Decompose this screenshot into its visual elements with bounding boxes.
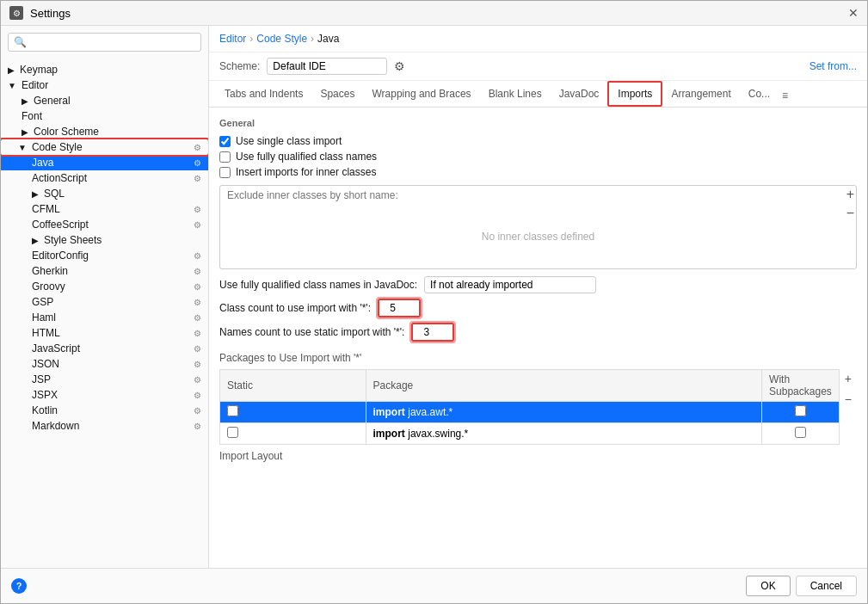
sidebar-item-sql[interactable]: ▶ SQL [1,186,208,201]
breadcrumb-code-style[interactable]: Code Style [256,33,307,45]
subpackages-checkbox[interactable] [795,427,806,438]
tab-code-gen[interactable]: Co... [740,83,779,107]
close-button[interactable]: ✕ [848,6,859,20]
exclude-input[interactable] [220,186,830,205]
gear-icon: ⚙ [194,174,201,183]
sidebar-item-editor[interactable]: ▼ Editor [1,77,208,93]
sidebar-item-color-scheme[interactable]: ▶ Color Scheme [1,124,208,139]
table-inner: Static Package With Subpackages [219,369,840,445]
class-count-row: Class count to use import with '*': [219,299,857,317]
sidebar-item-label: GSP [32,296,53,308]
sidebar-item-label: ActionScript [32,172,87,184]
scheme-select[interactable]: Default IDE Project [267,58,387,75]
exclude-box: + − No inner classes defined [219,185,857,269]
single-class-checkbox[interactable] [219,136,231,147]
qualified-javadoc-select[interactable]: If not already imported Always Never [424,276,596,293]
set-from-link[interactable]: Set from... [810,60,857,72]
sidebar-item-label: HTML [32,327,60,339]
col-package: Package [366,370,762,402]
sidebar-item-gsp[interactable]: GSP ⚙ [1,294,208,310]
qualified-names-checkbox[interactable] [219,151,231,163]
help-button[interactable]: ? [11,578,27,594]
sidebar-item-jsp[interactable]: JSP ⚙ [1,372,208,387]
arrow-icon: ▶ [32,189,39,199]
sidebar-item-javascript[interactable]: JavaScript ⚙ [1,341,208,356]
gear-icon: ⚙ [194,344,201,354]
sidebar-item-jspx[interactable]: JSPX ⚙ [1,387,208,403]
sidebar-item-haml[interactable]: Haml ⚙ [1,310,208,325]
sidebar-item-gherkin[interactable]: Gherkin ⚙ [1,263,208,279]
title-bar: ⚙ Settings ✕ [1,1,867,26]
search-box [8,33,201,52]
scheme-gear-icon[interactable]: ⚙ [394,59,405,73]
gear-icon: ⚙ [194,329,201,338]
gear-icon: ⚙ [194,375,201,385]
sidebar-item-keymap[interactable]: ▶ Keymap [1,62,208,77]
packages-table: Static Package With Subpackages [219,369,840,445]
import-keyword: import [373,406,405,418]
tab-spaces[interactable]: Spaces [311,83,363,107]
breadcrumb-editor[interactable]: Editor [219,33,246,45]
static-checkbox[interactable] [227,427,238,438]
sidebar-item-coffeescript[interactable]: CoffeeScript ⚙ [1,217,208,232]
inner-classes-checkbox[interactable] [219,167,231,178]
subpackages-checkbox[interactable] [795,405,806,416]
static-checkbox[interactable] [227,405,238,416]
gear-icon: ⚙ [194,360,201,369]
exclude-add-button[interactable]: + [846,188,854,201]
names-count-input[interactable] [411,323,454,342]
sidebar-item-label: Haml [32,311,56,324]
tab-tabs-indents[interactable]: Tabs and Indents [216,83,311,107]
tab-more-button[interactable]: ≡ [779,84,791,107]
sidebar-item-groovy[interactable]: Groovy ⚙ [1,279,208,294]
sidebar-item-label: Groovy [32,280,65,293]
checkbox-qualified-names[interactable]: Use fully qualified class names [219,151,857,163]
main-panel: Editor › Code Style › Java Scheme: Defau… [209,26,867,568]
table-actions: + − [840,369,857,445]
sidebar-item-editorconfig[interactable]: EditorConfig ⚙ [1,248,208,263]
arrow-icon: ▶ [22,96,28,106]
tab-imports[interactable]: Imports [607,81,662,107]
sidebar-item-kotlin[interactable]: Kotlin ⚙ [1,403,208,418]
sidebar-item-json[interactable]: JSON ⚙ [1,356,208,372]
subpackages-cell [762,402,840,423]
sidebar-item-general[interactable]: ▶ General [1,93,208,108]
class-count-input[interactable] [378,299,421,317]
packages-header: Packages to Use Import with '*' [219,352,857,364]
sidebar-item-markdown[interactable]: Markdown ⚙ [1,418,208,434]
sidebar-item-cfml[interactable]: CFML ⚙ [1,201,208,217]
imports-panel: General Use single class import Use full… [209,108,867,568]
breadcrumb-java: Java [317,33,339,45]
ok-button[interactable]: OK [746,576,790,596]
table-add-button[interactable]: + [840,369,857,390]
sidebar-item-html[interactable]: HTML ⚙ [1,325,208,341]
sidebar-item-actionscript[interactable]: ActionScript ⚙ [1,170,208,186]
checkbox-single-class[interactable]: Use single class import [219,135,857,147]
table-remove-button[interactable]: − [840,390,857,410]
checkbox-inner-classes[interactable]: Insert imports for inner classes [219,166,857,178]
qualified-names-label: Use fully qualified class names [236,151,377,163]
static-cell [220,402,366,423]
app-icon: ⚙ [9,6,23,20]
package-cell: import javax.swing.* [366,423,762,445]
sidebar-item-java[interactable]: Java ⚙ [1,155,208,170]
import-keyword: import [373,428,405,440]
sidebar-item-style-sheets[interactable]: ▶ Style Sheets [1,232,208,248]
sidebar-item-label: Code Style [32,141,83,153]
exclude-minus-button[interactable]: − [846,206,854,220]
table-row[interactable]: import java.awt.* [220,402,840,423]
col-static: Static [220,370,366,402]
table-row[interactable]: import javax.swing.* [220,423,840,445]
tab-javadoc[interactable]: JavaDoc [551,83,608,107]
sidebar-item-font[interactable]: Font [1,108,208,124]
arrow-icon: ▶ [32,236,39,245]
tab-blank-lines[interactable]: Blank Lines [480,83,551,107]
tab-wrapping[interactable]: Wrapping and Braces [363,83,479,107]
sidebar-item-label: General [34,95,71,107]
sidebar-item-code-style[interactable]: ▼ Code Style ⚙ [1,139,208,155]
search-input[interactable] [8,33,201,52]
cancel-button[interactable]: Cancel [796,576,857,596]
table-wrapper: Static Package With Subpackages [219,369,857,445]
sidebar-item-label: CoffeeScript [32,219,89,231]
tab-arrangement[interactable]: Arrangement [662,83,739,107]
